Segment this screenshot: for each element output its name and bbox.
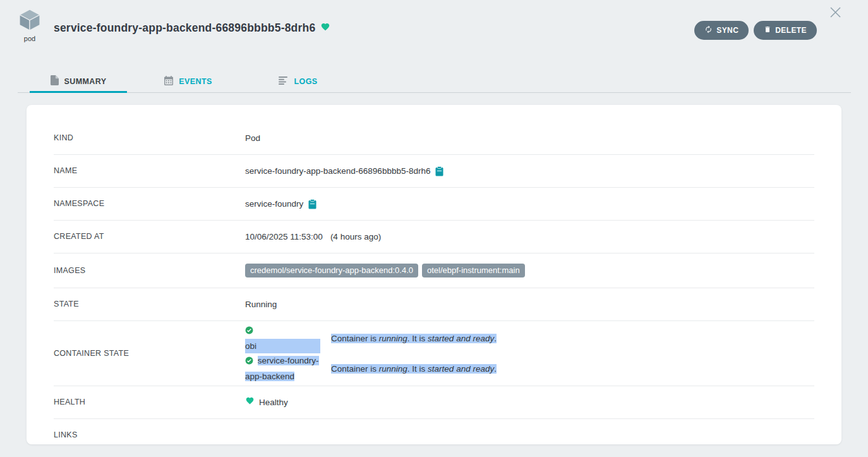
- sync-icon: [704, 25, 713, 35]
- row-label: HEALTH: [54, 396, 245, 408]
- copy-icon[interactable]: [308, 199, 316, 209]
- page-title: service-foundry-app-backend-66896bbbb5-8…: [54, 21, 315, 35]
- check-circle-icon: [245, 357, 256, 367]
- close-icon[interactable]: [829, 6, 841, 18]
- healthy-heart-icon: [320, 22, 330, 34]
- row-label: NAMESPACE: [54, 198, 245, 210]
- row-health: HEALTH Healthy: [54, 386, 814, 419]
- sync-button[interactable]: SYNC: [694, 21, 749, 40]
- state-value: Running: [245, 298, 277, 310]
- container-name: service-foundry-app-backend: [245, 356, 319, 381]
- row-created-at: CREATED AT 10/06/2025 11:53:00 (4 hours …: [54, 221, 814, 253]
- tab-events-label: EVENTS: [179, 77, 212, 86]
- container-state-message: Container is running. It is started and …: [331, 331, 814, 346]
- resource-kind-label: pod: [24, 35, 35, 42]
- pod-details-panel: pod service-foundry-app-backend-66896bbb…: [0, 0, 868, 444]
- trash-icon: [764, 25, 771, 35]
- kind-value: Pod: [245, 132, 260, 144]
- healthy-heart-icon: [245, 396, 255, 408]
- health-value: Healthy: [259, 396, 288, 408]
- row-label: CREATED AT: [54, 231, 245, 243]
- namespace-value: service-foundry: [245, 198, 303, 210]
- created-at-relative: (4 hours ago): [330, 231, 381, 243]
- row-state: STATE Running: [54, 288, 814, 321]
- row-container-state: CONTAINER STATE obi Container is running…: [54, 321, 814, 386]
- row-label: KIND: [54, 132, 245, 144]
- delete-button-label: DELETE: [775, 26, 807, 35]
- row-name: NAME service-foundry-app-backend-66896bb…: [54, 155, 814, 188]
- row-label: STATE: [54, 298, 245, 310]
- row-label: NAME: [54, 165, 245, 177]
- check-circle-icon: [245, 327, 253, 336]
- container-state-item: service-foundry-app-backend Container is…: [245, 353, 814, 384]
- delete-button[interactable]: DELETE: [754, 21, 817, 40]
- row-label: CONTAINER STATE: [54, 348, 245, 360]
- tab-logs[interactable]: LOGS: [250, 71, 347, 93]
- pod-cube-icon: [18, 8, 42, 34]
- tab-summary[interactable]: SUMMARY: [30, 71, 127, 93]
- image-chips: credemol/service-foundry-app-backend:0.4…: [245, 264, 525, 277]
- panel-header: pod service-foundry-app-backend-66896bbb…: [0, 0, 868, 71]
- calendar-icon: [164, 76, 173, 87]
- row-kind: KIND Pod: [54, 122, 814, 155]
- summary-card: KIND Pod NAME service-foundry-app-backen…: [27, 105, 841, 444]
- document-icon: [51, 75, 59, 87]
- resource-type-badge: pod: [17, 8, 42, 42]
- image-chip: credemol/service-foundry-app-backend:0.4…: [245, 264, 418, 277]
- name-value: service-foundry-app-backend-66896bbbb5-8…: [245, 165, 430, 177]
- row-label: LINKS: [54, 429, 245, 441]
- tab-events[interactable]: EVENTS: [140, 71, 237, 93]
- row-label: IMAGES: [54, 265, 245, 277]
- container-state-item: obi Container is running. It is started …: [245, 323, 814, 353]
- row-images: IMAGES credemol/service-foundry-app-back…: [54, 253, 814, 288]
- header-actions: SYNC DELETE: [694, 21, 817, 40]
- logs-icon: [279, 76, 288, 87]
- tab-logs-label: LOGS: [294, 77, 317, 86]
- row-links: LINKS: [54, 419, 814, 444]
- created-at-value: 10/06/2025 11:53:00: [245, 231, 323, 243]
- tab-bar: SUMMARY EVENTS LOGS: [18, 71, 851, 93]
- container-name: obi: [245, 339, 320, 353]
- copy-icon[interactable]: [435, 166, 443, 176]
- tab-summary-label: SUMMARY: [64, 77, 107, 86]
- row-namespace: NAMESPACE service-foundry: [54, 188, 814, 221]
- container-state-message: Container is running. It is started and …: [331, 362, 814, 376]
- image-chip: otel/ebpf-instrument:main: [422, 264, 525, 277]
- sync-button-label: SYNC: [716, 26, 738, 35]
